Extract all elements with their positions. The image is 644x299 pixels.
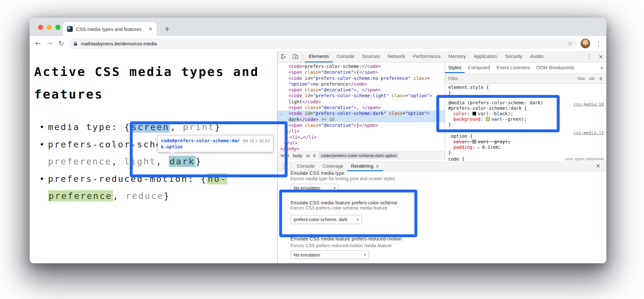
dom-tree-node[interactable]: ▶<li>…</li> — [278, 134, 445, 140]
devtools-tabbar: Elements Console Sources Network Perform… — [278, 51, 606, 62]
crumb-li[interactable]: li — [313, 153, 315, 158]
reload-icon[interactable]: ↻ — [55, 40, 67, 47]
dom-tree-node[interactable]: <span class="decorative">, </span> — [278, 87, 445, 93]
annotation-box-style-rule — [436, 95, 560, 132]
color-swatch[interactable] — [472, 140, 476, 144]
toolbar-divider — [303, 53, 303, 60]
element-style-rule[interactable]: element.style { — [448, 85, 489, 90]
dom-tree-node[interactable]: …<code id="prefers-color-scheme:dark" cl… — [278, 110, 445, 116]
list-bullet: • — [39, 170, 46, 188]
tab-application[interactable]: Application — [470, 51, 501, 62]
tab-dom-breakpoints[interactable]: DOM Breakpoints — [533, 62, 577, 73]
crumb-ul[interactable]: ul — [306, 153, 310, 158]
page-heading: Active CSS media types and features — [34, 61, 259, 106]
tab-strip: CSS media types and features × + — [30, 18, 606, 36]
tab-console[interactable]: Console — [333, 51, 358, 62]
dom-tree: <code>prefers-color-scheme:</code><span … — [278, 62, 445, 151]
tab-favicon — [67, 26, 73, 32]
emulate-media-type-desc: Forces media type for testing print and … — [290, 176, 395, 181]
dom-tree-node[interactable]: <code>prefers-color-scheme:</code> — [278, 63, 445, 69]
dom-tree-node[interactable]: <code id="prefers-color-scheme:no-prefer… — [278, 75, 445, 81]
tab-event-listeners[interactable]: Event Listeners — [493, 62, 533, 73]
new-tab-button[interactable]: + — [162, 24, 172, 33]
list-bullet: • — [39, 136, 46, 153]
list-bullet: • — [39, 118, 46, 136]
device-toolbar-icon[interactable] — [289, 53, 301, 60]
tab-security[interactable]: Security — [501, 51, 526, 62]
tab-network[interactable]: Network — [384, 51, 409, 62]
gutter-more-icon[interactable]: … — [279, 110, 282, 116]
browser-tab[interactable]: CSS media types and features × — [63, 22, 156, 36]
dom-tree-node[interactable]: <span class="decorative">{</span> — [278, 69, 445, 75]
forward-icon[interactable]: → — [44, 40, 55, 47]
page-list-line: preference, reduce} — [48, 187, 227, 205]
dom-tree-node[interactable]: "option">no-preference</code> — [278, 81, 445, 87]
crumb-selected-node[interactable]: code#prefers-color-scheme:dark.option — [319, 153, 399, 159]
close-window-button[interactable] — [38, 25, 43, 30]
styles-tabbar: Styles Computed Event Listeners DOM Brea… — [445, 62, 606, 73]
dom-tree-node[interactable]: </body> — [278, 146, 445, 151]
annotation-box-page-options — [130, 121, 288, 177]
browser-menu-icon[interactable]: ⋮ — [594, 40, 603, 47]
styles-filter-bar: :hov .cls + — [445, 73, 606, 84]
css-property[interactable]: padding: ▸ 0.1rem; — [448, 145, 501, 150]
user-agent-rule[interactable]: code {user agent stylesheet — [448, 156, 604, 161]
rendering-tab-close-icon[interactable]: × — [375, 161, 379, 171]
tab-close-icon[interactable]: × — [148, 26, 153, 32]
devtools-menu-icon[interactable]: ⋮ — [583, 53, 595, 60]
tab-title: CSS media types and features — [76, 26, 145, 32]
drawer-tab-rendering[interactable]: Rendering × — [347, 161, 383, 171]
minimize-window-button[interactable] — [47, 25, 52, 30]
new-style-rule-icon[interactable]: + — [599, 75, 603, 82]
sidebar-overflow-icon[interactable]: » — [597, 65, 606, 71]
rule-close-brace: } — [448, 150, 451, 155]
tab-memory[interactable]: Memory — [445, 51, 470, 62]
tab-styles[interactable]: Styles — [445, 62, 465, 73]
url-text: mathiasbynens.be/demo/css-media — [81, 41, 567, 46]
desktop-background: CSS media types and features × + ← → ↻ m… — [0, 0, 644, 299]
styles-filter-input[interactable] — [448, 76, 573, 81]
dom-tree-node[interactable]: dark</code> == $0 — [278, 117, 445, 122]
bookmark-star-icon[interactable]: ☆ — [567, 40, 573, 47]
drawer-close-icon[interactable]: × — [593, 161, 603, 171]
page-heading-line: Active CSS media types and — [34, 61, 259, 83]
prefers-reduced-motion-select[interactable]: No emulation ▾ — [290, 250, 369, 259]
stylesheet-origin: user agent stylesheet — [565, 156, 604, 161]
page-heading-line: features — [34, 83, 259, 106]
toggle-hover-state-button[interactable]: :hov — [577, 76, 585, 81]
dom-tree-node[interactable]: <code id="prefers-color-scheme:light" cl… — [278, 93, 445, 98]
stylesheet-link[interactable]: css-media:13 — [573, 130, 604, 135]
dom-tree-node[interactable]: <span class="decorative">}</span> — [278, 122, 445, 128]
window-controls — [38, 25, 61, 30]
tab-elements[interactable]: Elements — [305, 51, 333, 62]
zoom-window-button[interactable] — [55, 25, 61, 30]
emulate-reduced-motion-desc: Forces CSS prefers-reduced-motion media … — [290, 243, 392, 248]
css-property-overridden[interactable]: color: var(--gray); — [448, 139, 510, 145]
devtools-close-icon[interactable]: × — [595, 53, 606, 60]
address-bar[interactable]: mathiasbynens.be/demo/css-media ☆ — [69, 38, 577, 49]
browser-toolbar: ← → ↻ mathiasbynens.be/demo/css-media ☆ … — [30, 36, 606, 51]
toggle-classes-button[interactable]: .cls — [588, 76, 595, 81]
crumb-body[interactable]: body — [293, 153, 302, 158]
stylesheet-link[interactable]: css-media:18 — [573, 101, 604, 107]
drawer-tab-console[interactable]: Console — [293, 161, 318, 171]
dom-tree-node[interactable]: <span class="decorative">, </span> — [278, 105, 445, 110]
tab-computed[interactable]: Computed — [465, 62, 493, 73]
dropdown-arrow-icon: ▾ — [364, 253, 366, 257]
annotation-box-emulation — [279, 190, 417, 237]
drawer-tab-coverage[interactable]: Coverage — [318, 161, 347, 171]
dom-tree-node[interactable]: </li> — [278, 128, 445, 134]
breadcrumb: html body ul li code#prefers-color-schem… — [278, 151, 445, 160]
tab-audits[interactable]: Audits — [526, 51, 547, 62]
inspect-element-icon[interactable] — [278, 53, 289, 60]
profile-avatar[interactable] — [581, 39, 590, 48]
toolbar-divider — [291, 163, 291, 169]
tab-performance[interactable]: Performance — [409, 51, 445, 62]
dom-tree-node[interactable]: light</code> — [278, 99, 445, 105]
tab-sources[interactable]: Sources — [358, 51, 384, 62]
secure-padlock-icon — [73, 41, 78, 46]
rule-selector[interactable]: .option { — [448, 134, 473, 139]
back-icon[interactable]: ← — [32, 40, 44, 47]
dom-tree-node[interactable]: </ul> — [278, 140, 445, 146]
emulate-media-type-title: Emulate CSS media type — [290, 171, 345, 176]
